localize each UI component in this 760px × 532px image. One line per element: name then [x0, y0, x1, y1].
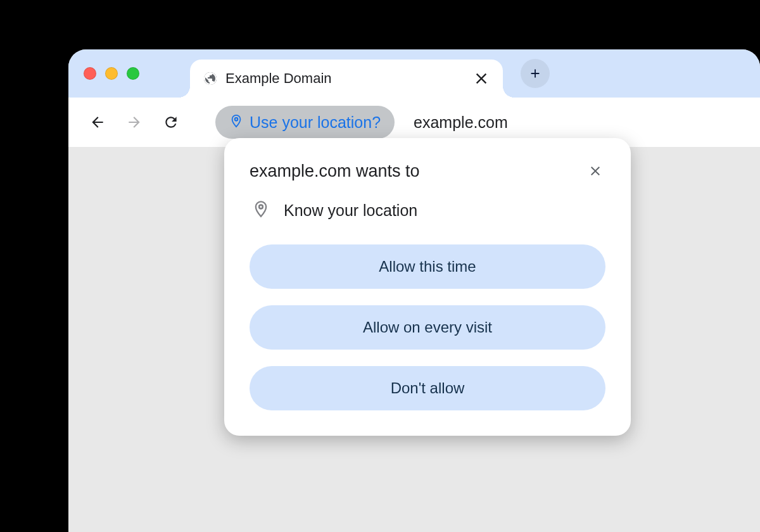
window-close-button[interactable]: [84, 67, 96, 80]
globe-icon: [203, 71, 218, 86]
allow-this-time-button[interactable]: Allow this time: [250, 244, 605, 289]
url-text: example.com: [414, 113, 508, 132]
back-button[interactable]: [86, 111, 109, 134]
reload-button[interactable]: [160, 111, 182, 134]
svg-point-3: [235, 118, 238, 121]
browser-tab[interactable]: Example Domain: [190, 60, 503, 98]
svg-point-4: [259, 205, 263, 209]
permission-dialog-close-button[interactable]: [585, 161, 605, 181]
location-chip-label: Use your location?: [250, 113, 381, 132]
window-controls: [84, 67, 139, 80]
permission-description: Know your location: [284, 201, 417, 220]
tab-close-button[interactable]: [472, 70, 490, 87]
permission-dialog-title: example.com wants to: [250, 162, 420, 181]
browser-window: Example Domain Use your location? e: [68, 49, 760, 532]
allow-every-visit-button[interactable]: Allow on every visit: [250, 305, 605, 350]
tab-strip: Example Domain: [68, 49, 760, 98]
tab-title: Example Domain: [225, 70, 472, 87]
location-pin-icon: [252, 200, 270, 220]
address-bar[interactable]: Use your location? example.com: [215, 106, 508, 139]
location-permission-chip[interactable]: Use your location?: [215, 106, 395, 139]
forward-button[interactable]: [123, 111, 146, 134]
page-content: example.com wants to Know your location …: [68, 147, 760, 532]
new-tab-button[interactable]: [521, 59, 550, 88]
location-pin-icon: [229, 114, 243, 130]
permission-dialog: example.com wants to Know your location …: [224, 138, 631, 436]
window-maximize-button[interactable]: [127, 67, 139, 80]
window-minimize-button[interactable]: [105, 67, 118, 80]
dont-allow-button[interactable]: Don't allow: [250, 366, 605, 410]
